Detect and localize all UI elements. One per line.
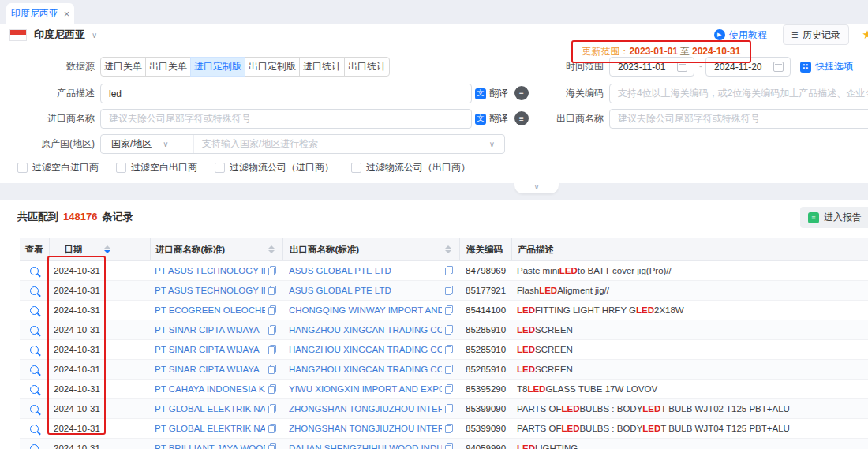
checkbox-icon[interactable] [116,163,126,173]
history-button[interactable]: ≣ 历史记录 [783,24,849,45]
copy-icon[interactable] [268,384,276,394]
sort-icon-exporter[interactable] [445,245,451,253]
data-source-tab-5[interactable]: 出口统计 [344,57,390,77]
copy-icon[interactable] [445,384,453,394]
checkbox-icon[interactable] [351,163,361,173]
enter-report-button[interactable]: ≡ 进入报告 [800,207,868,228]
data-source-tab-0[interactable]: 进口关单 [100,57,146,77]
copy-icon[interactable] [268,286,276,295]
checkbox-icon[interactable] [215,163,225,173]
filter-checkbox-1[interactable]: 过滤空白出口商 [116,161,197,174]
filter-checkbox-0[interactable]: 过滤空白进口商 [17,161,99,174]
date-to-input[interactable]: 2024-11-20 [705,57,791,77]
data-source-tab-2[interactable]: 进口定制版 [190,57,245,77]
exporter-link[interactable]: CHONGQING WINWAY IMPORT AND E... [289,305,442,315]
exporter-input[interactable]: 建议去除公司尾部字符或特殊符号 [609,109,868,129]
exporter-link[interactable]: ASUS GLOBAL PTE LTD [289,286,442,295]
copy-icon[interactable] [445,443,453,449]
sort-icon-date[interactable] [104,245,110,253]
product-desc-value: led [101,88,122,99]
copy-icon[interactable] [445,365,453,374]
favorite-star-icon[interactable]: ★ [862,28,868,42]
quick-options-button[interactable]: ∷ 快捷选项 [800,57,853,77]
view-magnifier-icon[interactable] [30,405,39,413]
hs-code-input[interactable]: 支持4位以上海关编码，或2位海关编码加上产品描述、企业名称的任意信息 [609,84,868,103]
view-cell[interactable] [20,360,49,379]
copy-icon[interactable] [445,305,453,315]
checkbox-icon[interactable] [17,163,28,173]
importer-link[interactable]: PT GLOBAL ELEKTRIK NASIONAL [155,404,265,413]
copy-icon[interactable] [445,345,453,354]
view-cell[interactable] [20,340,49,359]
importer-link[interactable]: PT GLOBAL ELEKTRIK NASIONAL [155,424,265,433]
copy-icon[interactable] [445,286,453,295]
copy-icon[interactable] [268,424,276,433]
view-cell[interactable] [20,399,49,418]
importer-link[interactable]: PT ASUS TECHNOLOGY INDONESIA BA... [155,266,265,275]
header-date[interactable]: 日期 [49,238,150,260]
copy-icon[interactable] [268,305,276,315]
page-tab[interactable]: 印度尼西亚 × [6,3,74,24]
view-magnifier-icon[interactable] [30,267,39,275]
translate-button[interactable]: 文 翻译 [475,109,508,129]
copy-icon[interactable] [268,443,276,449]
copy-icon[interactable] [268,325,276,335]
importer-link[interactable]: PT SINAR CIPTA WIJAYA [155,345,265,354]
view-magnifier-icon[interactable] [30,425,39,433]
importer-link[interactable]: PT CAHAYA INDONESIA KARGO [155,384,265,394]
importer-link[interactable]: PT SINAR CIPTA WIJAYA [155,325,265,335]
filter-checkbox-2[interactable]: 过滤物流公司（进口商） [215,161,334,174]
copy-icon[interactable] [445,325,453,335]
view-cell[interactable] [20,301,49,320]
exporter-link[interactable]: YIWU XIONGXIN IMPORT AND EXPORT... [289,384,442,394]
collapse-panel-handle[interactable]: ∨ [514,181,559,193]
sort-icon-importer[interactable] [268,245,275,253]
product-desc-input[interactable]: led [100,84,472,103]
view-cell[interactable] [20,419,49,438]
copy-icon[interactable] [445,404,453,413]
copy-icon[interactable] [268,345,276,354]
importer-link[interactable]: PT ASUS TECHNOLOGY INDONESIA BA... [155,286,265,295]
view-magnifier-icon[interactable] [30,346,39,354]
exporter-link[interactable]: HANGZHOU XINGCAN TRADING CO LTD [289,345,442,354]
view-magnifier-icon[interactable] [30,385,39,394]
translate-button[interactable]: 文 翻译 [475,84,508,103]
chevron-down-icon[interactable]: ∨ [92,31,97,39]
filter-checkbox-3[interactable]: 过滤物流公司（出口商） [351,161,470,174]
copy-icon[interactable] [268,365,276,374]
data-source-tab-1[interactable]: 出口关单 [145,57,191,77]
close-icon[interactable]: × [64,9,70,19]
importer-input[interactable]: 建议去除公司尾部字符或特殊符号 [100,109,472,129]
copy-icon[interactable] [445,266,453,275]
view-magnifier-icon[interactable] [30,286,39,295]
origin-select-trigger[interactable]: 国家/地区 ∨ [101,135,194,153]
importer-link[interactable]: PT SINAR CIPTA WIJAYA [155,365,265,374]
importer-link[interactable]: PT ECOGREEN OLEOCHEMICALS [155,305,265,315]
data-source-tab-4[interactable]: 进口统计 [299,57,345,77]
data-source-tab-3[interactable]: 出口定制版 [245,57,300,77]
view-magnifier-icon[interactable] [30,365,39,374]
view-cell[interactable] [20,380,49,398]
view-cell[interactable] [20,281,49,300]
header-importer[interactable]: 进口商名称(标准) [150,238,282,260]
exporter-link[interactable]: ZHONGSHAN TONGJIUZHOU INTERNA... [289,404,442,413]
view-cell[interactable] [20,439,49,449]
exporter-link[interactable]: HANGZHOU XINGCAN TRADING CO LTD [289,365,442,374]
view-magnifier-icon[interactable] [30,306,39,315]
view-magnifier-icon[interactable] [30,326,39,335]
view-cell[interactable] [20,320,49,339]
view-cell[interactable] [20,261,49,280]
exporter-link[interactable]: ZHONGSHAN TONGJIUZHOU INTERNA... [289,424,442,433]
exporter-link[interactable]: DALIAN SHENGZHIHUI WOOD INDUST... [289,443,442,449]
importer-link[interactable]: PT BRILLIANT JAYA WOOD INDUSTRY [155,443,265,449]
copy-icon[interactable] [445,424,453,433]
copy-icon[interactable] [268,266,276,275]
header-exporter[interactable]: 出口商名称(标准) [282,238,459,260]
date-from-input[interactable]: 2023-11-01 [609,57,694,77]
origin-select[interactable]: 国家/地区 ∨ 支持输入国家/地区进行检索 ∨ [100,134,505,154]
tutorial-link[interactable]: ▶ 使用教程 [714,28,767,42]
exporter-link[interactable]: ASUS GLOBAL PTE LTD [289,266,442,275]
copy-icon[interactable] [268,404,276,413]
view-magnifier-icon[interactable] [30,444,39,449]
exporter-link[interactable]: HANGZHOU XINGCAN TRADING CO LTD [289,325,442,335]
